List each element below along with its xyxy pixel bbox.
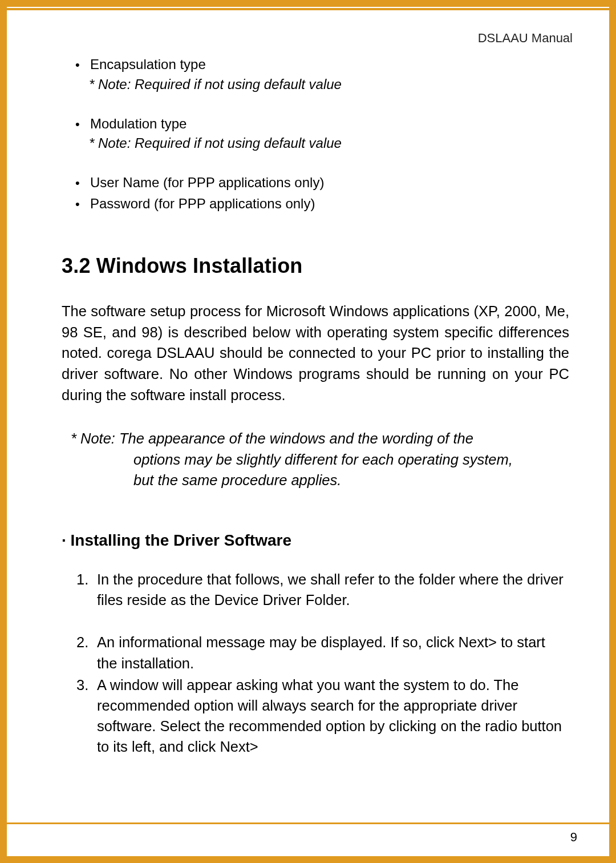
bullet-item: • Encapsulation type [75, 55, 569, 75]
bullet-note: * Note: Required if not using default va… [89, 134, 569, 154]
footer-divider [7, 822, 609, 824]
step-number: 3. [76, 675, 97, 757]
bullet-item: • Password (for PPP applications only) [75, 194, 569, 214]
note-line: options may be slightly different for ea… [71, 449, 569, 470]
bullet-dot-icon: • [75, 114, 90, 134]
section-heading: 3.2 Windows Installation [62, 254, 569, 278]
bullet-text: Encapsulation type [90, 55, 206, 75]
bullet-dot-icon: • [75, 55, 90, 74]
note-line: * Note: The appearance of the windows an… [71, 428, 569, 449]
bullet-list: • Encapsulation type * Note: Required if… [75, 55, 569, 214]
page-frame: DSLAAU Manual • Encapsulation type * Not… [0, 0, 616, 863]
bullet-text: User Name (for PPP applications only) [90, 173, 324, 193]
step-number: 1. [76, 569, 97, 610]
bullet-item: • User Name (for PPP applications only) [75, 173, 569, 193]
bullet-dot-icon: • [75, 173, 90, 192]
header-manual-title: DSLAAU Manual [478, 31, 573, 46]
content-area: • Encapsulation type * Note: Required if… [62, 55, 569, 810]
step-item: 2. An informational message may be displ… [76, 632, 569, 673]
steps-list: 1. In the procedure that follows, we sha… [76, 569, 569, 757]
section-note: * Note: The appearance of the windows an… [71, 428, 569, 490]
bullet-item: • Modulation type [75, 114, 569, 134]
subsection-heading-text: · Installing the Driver Software [62, 531, 291, 549]
page-number: 9 [570, 830, 577, 845]
section-paragraph: The software setup process for Microsoft… [62, 301, 569, 406]
step-item: 1. In the procedure that follows, we sha… [76, 569, 569, 610]
subsection-heading: · Installing the Driver Software [62, 531, 569, 550]
step-number: 2. [76, 632, 97, 673]
step-text: An informational message may be displaye… [97, 632, 569, 673]
step-text: In the procedure that follows, we shall … [97, 569, 569, 610]
bullet-dot-icon: • [75, 194, 90, 213]
step-item: 3. A window will appear asking what you … [76, 675, 569, 757]
bullet-text: Modulation type [90, 114, 187, 134]
step-text: A window will appear asking what you wan… [97, 675, 569, 757]
note-line: but the same procedure applies. [71, 470, 569, 490]
bullet-text: Password (for PPP applications only) [90, 194, 315, 214]
bullet-note: * Note: Required if not using default va… [89, 75, 569, 95]
page: DSLAAU Manual • Encapsulation type * Not… [7, 8, 609, 856]
